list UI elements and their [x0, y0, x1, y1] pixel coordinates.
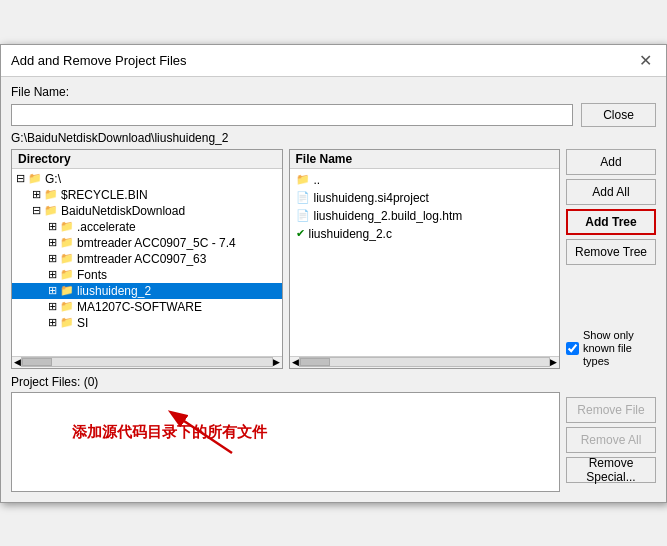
folder-icon: 📁	[44, 204, 58, 217]
remove-special-button[interactable]: Remove Special...	[566, 457, 656, 483]
add-all-button[interactable]: Add All	[566, 179, 656, 205]
dialog: Add and Remove Project Files ✕ File Name…	[0, 44, 667, 503]
add-tree-button[interactable]: Add Tree	[566, 209, 656, 235]
project-files-box: 添加源代码目录下的所有文件	[11, 392, 560, 492]
scroll-right-btn[interactable]: ▶	[550, 357, 557, 367]
arrow-svg	[12, 393, 559, 491]
list-item[interactable]: ⊞ 📁 SI	[12, 315, 282, 331]
project-files-label: Project Files: (0)	[11, 375, 560, 389]
list-item[interactable]: ⊞ 📁 bmtreader ACC0907_63	[12, 251, 282, 267]
expand-icon: ⊞	[32, 188, 41, 201]
filename-panel: File Name 📁 .. 📄 liushuideng.si4project …	[289, 149, 561, 369]
h-scrollbar[interactable]: ◀ ▶	[12, 356, 282, 368]
dialog-title: Add and Remove Project Files	[11, 53, 187, 68]
path-label: G:\BaiduNetdiskDownload\liushuideng_2	[11, 131, 656, 145]
scroll-left-btn[interactable]: ◀	[14, 357, 21, 367]
annotation-area: 添加源代码目录下的所有文件	[12, 393, 559, 491]
scroll-left-btn[interactable]: ◀	[292, 357, 299, 367]
show-known-types-label: Show only known file types	[583, 329, 656, 369]
list-item[interactable]: ⊞ 📁 liushuideng_2	[12, 283, 282, 299]
c-file-icon: ✔	[296, 227, 305, 240]
file-name-label: File Name:	[11, 85, 69, 99]
list-item[interactable]: 📁 ..	[290, 171, 560, 189]
file-icon: 📄	[296, 191, 310, 204]
folder-icon: 📁	[60, 284, 74, 297]
remove-tree-button[interactable]: Remove Tree	[566, 239, 656, 265]
tree-item-label: bmtreader ACC0907_63	[77, 252, 206, 266]
tree-item-label: liushuideng_2	[77, 284, 151, 298]
list-item[interactable]: 📄 liushuideng.si4project	[290, 189, 560, 207]
tree-item-label: .accelerate	[77, 220, 136, 234]
file-item-label: liushuideng_2.c	[309, 227, 392, 241]
tree-item-label: BaiduNetdiskDownload	[61, 204, 185, 218]
filename-panel-content: 📁 .. 📄 liushuideng.si4project 📄 liushuid…	[290, 169, 560, 356]
expand-icon: ⊟	[32, 204, 41, 217]
list-item[interactable]: ⊟ 📁 G:\	[12, 171, 282, 187]
file-icon: 📄	[296, 209, 310, 222]
expand-icon: ⊞	[48, 284, 57, 297]
directory-panel-content: ⊟ 📁 G:\ ⊞ 📁 $RECYCLE.BIN ⊟	[12, 169, 282, 356]
folder-icon: 📁	[60, 236, 74, 249]
list-item[interactable]: ⊟ 📁 BaiduNetdiskDownload	[12, 203, 282, 219]
scrollbar-thumb[interactable]	[300, 358, 330, 366]
folder-icon: 📁	[60, 300, 74, 313]
list-item[interactable]: ⊞ 📁 bmtreader ACC0907_5C - 7.4	[12, 235, 282, 251]
filename-panel-header: File Name	[290, 150, 560, 169]
expand-icon: ⊞	[48, 220, 57, 233]
list-item[interactable]: 📄 liushuideng_2.build_log.htm	[290, 207, 560, 225]
tree-item-label: $RECYCLE.BIN	[61, 188, 148, 202]
file-name-input[interactable]	[11, 104, 573, 126]
spacer	[566, 269, 656, 323]
tree-item-label: G:\	[45, 172, 61, 186]
remove-file-button[interactable]: Remove File	[566, 397, 656, 423]
folder-icon: 📁	[28, 172, 42, 185]
file-item-label: liushuideng_2.build_log.htm	[314, 209, 463, 223]
expand-icon: ⊞	[48, 252, 57, 265]
show-known-types-checkbox[interactable]	[566, 342, 579, 355]
spacer-top	[566, 375, 656, 393]
scrollbar-thumb[interactable]	[22, 358, 52, 366]
directory-panel-header: Directory	[12, 150, 282, 169]
action-buttons: Add Add All Add Tree Remove Tree Show on…	[566, 149, 656, 369]
remove-all-button[interactable]: Remove All	[566, 427, 656, 453]
file-name-row: File Name:	[11, 85, 656, 99]
expand-icon: ⊞	[48, 268, 57, 281]
title-bar-close-button[interactable]: ✕	[635, 51, 656, 70]
tree-item-label: SI	[77, 316, 88, 330]
scroll-right-btn[interactable]: ▶	[273, 357, 280, 367]
close-button[interactable]: Close	[581, 103, 656, 127]
add-button[interactable]: Add	[566, 149, 656, 175]
h-scrollbar-right[interactable]: ◀ ▶	[290, 356, 560, 368]
list-item[interactable]: ⊞ 📁 MA1207C-SOFTWARE	[12, 299, 282, 315]
folder-icon: 📁	[60, 268, 74, 281]
expand-icon: ⊞	[48, 316, 57, 329]
scrollbar-track	[299, 357, 551, 367]
project-files-section: Project Files: (0) 添	[11, 375, 560, 492]
folder-icon: 📁	[60, 316, 74, 329]
list-item[interactable]: ⊞ 📁 .accelerate	[12, 219, 282, 235]
annotation-text: 添加源代码目录下的所有文件	[72, 423, 267, 442]
expand-icon: ⊞	[48, 300, 57, 313]
file-item-label: liushuideng.si4project	[314, 191, 429, 205]
list-item[interactable]: ⊞ 📁 $RECYCLE.BIN	[12, 187, 282, 203]
dialog-body: File Name: Close G:\BaiduNetdiskDownload…	[1, 77, 666, 502]
scrollbar-track	[21, 357, 273, 367]
folder-icon: 📁	[296, 173, 310, 186]
expand-icon: ⊟	[16, 172, 25, 185]
bottom-buttons: Remove File Remove All Remove Special...	[566, 375, 656, 492]
expand-icon: ⊞	[48, 236, 57, 249]
list-item[interactable]: ✔ liushuideng_2.c	[290, 225, 560, 243]
directory-panel: Directory ⊟ 📁 G:\ ⊞ 📁 $RECYCLE.BIN	[11, 149, 283, 369]
file-item-label: ..	[314, 173, 321, 187]
file-name-input-row: Close	[11, 103, 656, 127]
folder-icon: 📁	[44, 188, 58, 201]
title-bar: Add and Remove Project Files ✕	[1, 45, 666, 77]
list-item[interactable]: ⊞ 📁 Fonts	[12, 267, 282, 283]
tree-item-label: bmtreader ACC0907_5C - 7.4	[77, 236, 236, 250]
folder-icon: 📁	[60, 220, 74, 233]
folder-icon: 📁	[60, 252, 74, 265]
tree-item-label: Fonts	[77, 268, 107, 282]
tree-item-label: MA1207C-SOFTWARE	[77, 300, 202, 314]
project-files-area: Project Files: (0) 添	[11, 375, 656, 492]
show-known-types-row: Show only known file types	[566, 329, 656, 369]
